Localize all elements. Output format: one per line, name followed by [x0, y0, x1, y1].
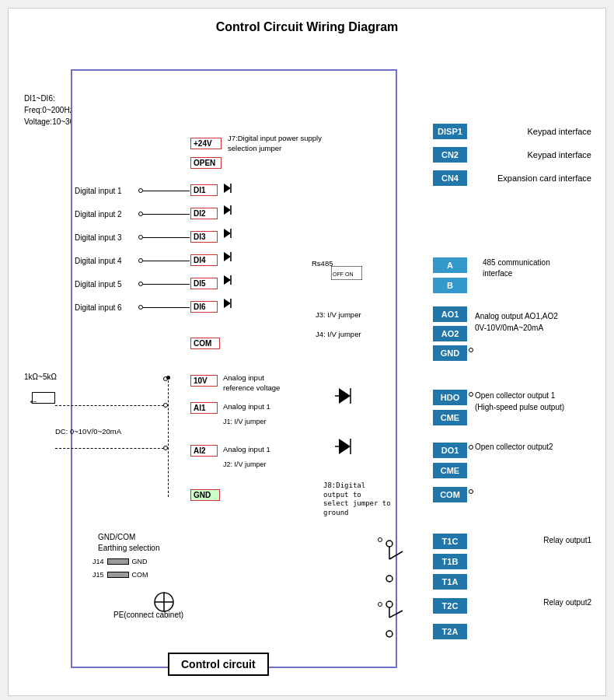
oc-do1	[469, 445, 473, 450]
ao-label: Analog output AO1,AO20V-10V/0mA~20mA	[475, 310, 591, 334]
oc-gnd-dot	[469, 348, 473, 352]
svg-marker-17	[339, 439, 351, 454]
diode-group	[220, 178, 274, 322]
terminal-di1: DI1	[190, 184, 218, 196]
j2-label: J2: I/V jumper	[223, 460, 267, 468]
connector-disp1: DISP1	[433, 124, 467, 139]
node-di5	[138, 282, 143, 286]
wire-di2	[143, 214, 190, 215]
gnd-com-label: GND/COMEarthing selection	[98, 532, 160, 554]
dashed-h-ai1	[55, 405, 168, 406]
connector-t1b: T1B	[433, 554, 467, 569]
oc-t2c	[378, 602, 382, 607]
node-di1	[138, 188, 143, 193]
wire-di3	[143, 237, 190, 238]
wire-di1	[143, 191, 190, 191]
svg-marker-10	[224, 299, 231, 308]
di-label-4: Digital input 4	[75, 257, 122, 265]
svg-marker-4	[224, 229, 231, 238]
svg-line-30	[389, 611, 403, 618]
terminal-gnd-analog: GND	[190, 489, 220, 501]
wire-di5	[143, 284, 190, 285]
terminal-di4: DI4	[190, 254, 218, 266]
oc-t1c	[378, 537, 382, 542]
transistor-do1	[335, 435, 382, 474]
rs485-switch: OFF ON	[331, 266, 362, 280]
svg-point-24	[386, 576, 392, 582]
oc-hdo	[469, 392, 473, 397]
do1-label: Open collector output2	[475, 443, 591, 451]
hdo-label: Open collector output 1(High-speed pulse…	[475, 390, 591, 413]
terminal-24v: +24V	[190, 138, 222, 149]
svg-marker-2	[224, 205, 231, 215]
analog-ref-label: Analog inputreference voltage	[223, 373, 309, 394]
rs485-label: Rs485	[312, 259, 333, 268]
di-label-6: Digital input 6	[75, 303, 122, 312]
j8-label: J8:Digital output toselect jumper to gro…	[323, 481, 393, 518]
ai2-label: Analog input 1	[223, 445, 270, 453]
terminal-di6: DI6	[190, 301, 218, 313]
j14-section: J14 GND	[92, 558, 148, 565]
j15-section: J15 COM	[92, 571, 148, 579]
di-label-5: Digital input 5	[75, 280, 122, 289]
node-di6	[138, 305, 143, 310]
terminal-ai2: AI2	[190, 445, 218, 457]
svg-marker-0	[224, 184, 231, 193]
485-label: 485 communicationinterface	[483, 257, 591, 279]
dc-range-label: DC: 0~10V/0~20mA	[55, 427, 121, 436]
relay2-label: Relay output2	[543, 598, 591, 607]
terminal-di5: DI5	[190, 278, 218, 289]
connector-a: A	[433, 257, 467, 273]
connector-cn4: CN4	[433, 170, 467, 186]
dashed-h-ai2	[55, 448, 168, 449]
connector-t1c: T1C	[433, 534, 467, 549]
oc-ai1	[163, 403, 168, 408]
connector-t2c: T2C	[433, 598, 467, 614]
cn4-label: Expansion card interface	[497, 173, 591, 183]
res-range-label: 1kΩ~5kΩ	[24, 373, 57, 381]
j4-label: J4: I/V jumper	[316, 330, 361, 338]
node-di2	[138, 212, 143, 216]
connector-t2a: T2A	[433, 624, 467, 639]
di-label-1: Digital input 1	[75, 187, 122, 195]
connector-cme2: CME	[433, 463, 467, 478]
dot-v1	[166, 376, 170, 380]
oc-com-do	[469, 489, 473, 494]
relay1-switch	[383, 536, 422, 586]
transistor-hdo	[335, 384, 382, 423]
ai1-label: Analog input 1	[223, 402, 270, 411]
terminal-di3: DI3	[190, 231, 218, 243]
connector-ao2: AO2	[433, 326, 467, 341]
relay2-switch	[383, 598, 422, 641]
di-label-3: Digital input 3	[75, 233, 122, 242]
svg-point-27	[386, 601, 392, 607]
wire-di4	[143, 261, 190, 261]
terminal-di2: DI2	[190, 208, 218, 219]
svg-marker-6	[224, 252, 231, 261]
connector-b: B	[433, 278, 467, 293]
connector-hdo: HDO	[433, 390, 467, 405]
svg-marker-14	[339, 388, 351, 404]
svg-marker-8	[224, 275, 231, 285]
page: Control Circuit Wiring Diagram DI1~DI6: …	[8, 8, 606, 696]
cn2-label: Keypad interface	[527, 150, 591, 159]
svg-text:OFF ON: OFF ON	[333, 271, 353, 277]
j3-label: J3: I/V jumper	[316, 310, 361, 319]
terminal-ai1: AI1	[190, 402, 218, 414]
connector-t1a: T1A	[433, 574, 467, 590]
arrow-icon: ←	[28, 395, 39, 408]
connector-cn2: CN2	[433, 147, 467, 163]
dashed-v1	[168, 376, 169, 497]
control-circuit-label: Control circuit	[168, 653, 269, 676]
connector-com-do: COM	[433, 487, 467, 502]
node-di3	[138, 235, 143, 240]
oc-ai2	[163, 446, 168, 450]
svg-line-26	[389, 551, 403, 559]
page-title: Control Circuit Wiring Diagram	[24, 20, 590, 34]
j1-label: J1: I/V jumper	[223, 418, 267, 425]
svg-point-23	[386, 541, 392, 547]
relay1-label: Relay output1	[543, 536, 591, 544]
terminal-open: OPEN	[190, 157, 222, 169]
j7-label: J7:Digital input power supply selection …	[228, 133, 329, 154]
pe-label: PE(connect cabinet)	[113, 611, 183, 619]
